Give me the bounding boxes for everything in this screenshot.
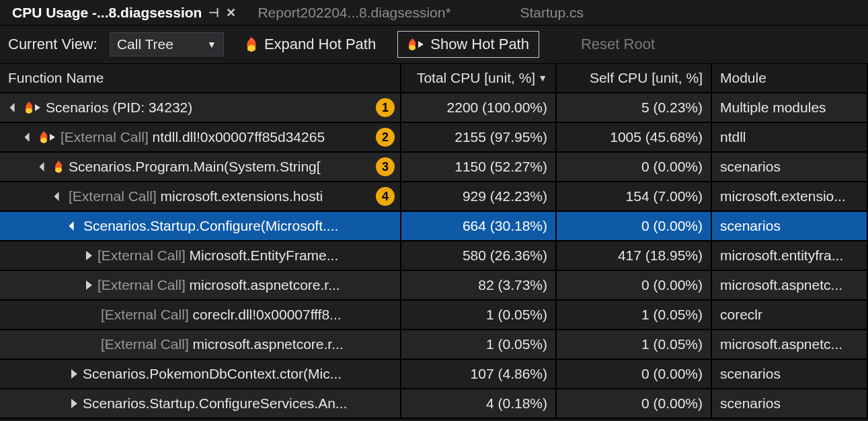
cell-module: scenarios xyxy=(712,212,868,240)
function-name: [External Call] microsoft.aspnetcore.r..… xyxy=(97,277,396,293)
function-name: [External Call] microsoft.extensions.hos… xyxy=(69,188,370,204)
callout-badge: 4 xyxy=(376,187,395,206)
cell-total-cpu: 664 (30.18%) xyxy=(401,212,557,240)
expand-hot-path-button[interactable]: Expand Hot Path xyxy=(236,31,385,58)
cell-total-cpu: 107 (4.86%) xyxy=(401,360,557,388)
cell-self-cpu: 0 (0.00%) xyxy=(557,389,712,418)
table-row[interactable]: [External Call] microsoft.aspnetcore.r..… xyxy=(0,271,868,301)
cell-function-name: [External Call] Microsoft.EntityFrame... xyxy=(0,241,401,270)
grid-header: Function Name Total CPU [unit, %] ▼ Self… xyxy=(0,64,868,93)
function-name: Scenarios (PID: 34232) xyxy=(46,100,370,116)
col-label: Self CPU [unit, %] xyxy=(590,70,703,86)
cell-module: microsoft.extensio... xyxy=(712,182,868,210)
tab-report[interactable]: Report202204...8.diagsession* xyxy=(245,0,508,25)
callout-badge: 3 xyxy=(376,157,395,176)
tab-label: CPU Usage -...8.diagsession xyxy=(12,5,202,21)
tab-label: Startup.cs xyxy=(520,5,584,21)
cell-self-cpu: 1 (0.05%) xyxy=(557,330,712,358)
cell-module: coreclr xyxy=(712,301,868,329)
callout-badge: 2 xyxy=(376,128,395,147)
tab-strip: CPU Usage -...8.diagsession ⊣ ✕ Report20… xyxy=(0,0,868,26)
collapse-icon[interactable] xyxy=(40,162,49,171)
cell-function-name: [External Call] coreclr.dll!0x00007fff8.… xyxy=(0,301,401,329)
cell-function-name: [External Call] microsoft.aspnetcore.r..… xyxy=(0,271,401,299)
function-name: [External Call] Microsoft.EntityFrame... xyxy=(97,247,396,264)
expand-icon[interactable] xyxy=(71,369,77,379)
chevron-down-icon: ▼ xyxy=(207,39,216,50)
table-row[interactable]: [External Call] coreclr.dll!0x00007fff8.… xyxy=(0,301,868,330)
cell-self-cpu: 154 (7.00%) xyxy=(557,182,712,210)
cell-module: microsoft.entityfra... xyxy=(712,241,868,270)
collapse-icon[interactable] xyxy=(69,221,79,231)
cell-total-cpu: 1 (0.05%) xyxy=(401,301,557,329)
function-name: Scenarios.PokemonDbContext.ctor(Mic... xyxy=(83,366,396,382)
collapse-icon[interactable] xyxy=(25,132,34,142)
cell-function-name: Scenarios.PokemonDbContext.ctor(Mic... xyxy=(0,360,401,388)
cell-self-cpu: 1005 (45.68%) xyxy=(557,123,712,151)
cell-self-cpu: 0 (0.00%) xyxy=(557,271,712,299)
toolbar: Current View: Call Tree ▼ Expand Hot Pat… xyxy=(0,26,868,63)
pin-icon[interactable]: ⊣ xyxy=(208,5,219,20)
expand-icon[interactable] xyxy=(71,399,77,408)
col-label: Module xyxy=(720,70,766,86)
cell-self-cpu: 0 (0.00%) xyxy=(557,212,712,240)
expand-icon[interactable] xyxy=(86,251,92,260)
reset-root-button[interactable]: Reset Root xyxy=(571,31,664,58)
grid-body: Scenarios (PID: 34232)12200 (100.00%)5 (… xyxy=(0,93,868,419)
flame-icon xyxy=(54,161,63,173)
table-row[interactable]: Scenarios (PID: 34232)12200 (100.00%)5 (… xyxy=(0,93,868,123)
button-label: Show Hot Path xyxy=(430,36,529,53)
col-total-cpu[interactable]: Total CPU [unit, %] ▼ xyxy=(401,64,557,92)
cell-self-cpu: 1 (0.05%) xyxy=(557,301,712,329)
cell-total-cpu: 82 (3.73%) xyxy=(401,271,557,299)
table-row[interactable]: [External Call] microsoft.aspnetcore.r..… xyxy=(0,330,868,360)
close-icon[interactable]: ✕ xyxy=(226,5,236,20)
cell-module: scenarios xyxy=(712,153,868,181)
cell-function-name: Scenarios.Startup.Configure(Microsoft...… xyxy=(0,212,401,240)
collapse-icon[interactable] xyxy=(10,103,19,112)
tab-cpu-usage[interactable]: CPU Usage -...8.diagsession ⊣ ✕ xyxy=(0,0,245,25)
col-self-cpu[interactable]: Self CPU [unit, %] xyxy=(557,64,712,92)
cell-total-cpu: 580 (26.36%) xyxy=(401,241,557,270)
cell-function-name: Scenarios (PID: 34232)1 xyxy=(0,93,401,122)
table-row[interactable]: [External Call] Microsoft.EntityFrame...… xyxy=(0,241,868,271)
cell-total-cpu: 2200 (100.00%) xyxy=(401,93,557,122)
cell-total-cpu: 1150 (52.27%) xyxy=(401,153,557,181)
cell-module: ntdll xyxy=(712,123,868,151)
table-row[interactable]: Scenarios.Program.Main(System.String[311… xyxy=(0,153,868,182)
col-function-name[interactable]: Function Name xyxy=(0,64,401,92)
tab-label: Report202204...8.diagsession* xyxy=(258,5,450,21)
cell-module: scenarios xyxy=(712,389,868,418)
cell-total-cpu: 929 (42.23%) xyxy=(401,182,557,210)
current-view-label: Current View: xyxy=(8,36,97,53)
cell-function-name: Scenarios.Startup.ConfigureServices.An..… xyxy=(0,389,401,418)
function-name: Scenarios.Startup.Configure(Microsoft...… xyxy=(83,218,396,234)
cell-total-cpu: 4 (0.18%) xyxy=(401,389,557,418)
cell-function-name: [External Call] microsoft.extensions.hos… xyxy=(0,182,401,210)
table-row[interactable]: Scenarios.Startup.Configure(Microsoft...… xyxy=(0,212,868,241)
show-hot-path-button[interactable]: Show Hot Path xyxy=(397,31,539,58)
tab-startup[interactable]: Startup.cs xyxy=(508,0,593,25)
button-label: Reset Root xyxy=(581,36,655,53)
cell-total-cpu: 1 (0.05%) xyxy=(401,330,557,358)
sort-desc-icon: ▼ xyxy=(538,73,547,83)
cell-function-name: [External Call] ntdll.dll!0x00007ff85d34… xyxy=(0,123,401,151)
expand-icon[interactable] xyxy=(86,280,92,290)
view-select[interactable]: Call Tree ▼ xyxy=(110,32,224,56)
cell-module: Multiple modules xyxy=(712,93,868,122)
cell-module: scenarios xyxy=(712,360,868,388)
table-row[interactable]: [External Call] ntdll.dll!0x00007ff85d34… xyxy=(0,123,868,153)
function-name: Scenarios.Program.Main(System.String[ xyxy=(69,159,370,175)
cell-module: microsoft.aspnetc... xyxy=(712,330,868,358)
collapse-icon[interactable] xyxy=(54,192,64,201)
flame-icon xyxy=(245,37,258,52)
cell-function-name: Scenarios.Program.Main(System.String[3 xyxy=(0,153,401,181)
col-module[interactable]: Module xyxy=(712,64,868,92)
table-row[interactable]: Scenarios.PokemonDbContext.ctor(Mic...10… xyxy=(0,360,868,389)
callout-badge: 1 xyxy=(376,98,395,117)
table-row[interactable]: [External Call] microsoft.extensions.hos… xyxy=(0,182,868,212)
cell-function-name: [External Call] microsoft.aspnetcore.r..… xyxy=(0,330,401,358)
table-row[interactable]: Scenarios.Startup.ConfigureServices.An..… xyxy=(0,389,868,419)
function-name: Scenarios.Startup.ConfigureServices.An..… xyxy=(83,395,396,412)
function-name: [External Call] coreclr.dll!0x00007fff8.… xyxy=(101,307,396,323)
